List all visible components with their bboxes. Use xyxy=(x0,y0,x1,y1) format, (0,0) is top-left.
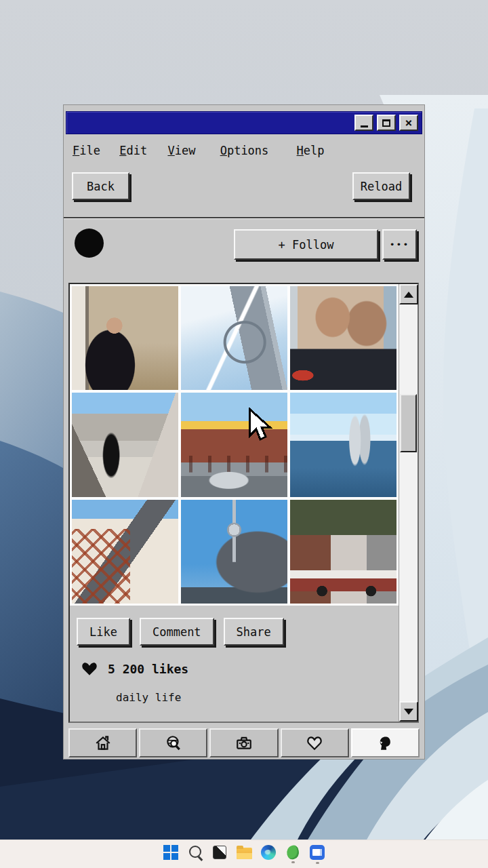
running-indicator xyxy=(316,862,319,864)
likes-count: 5 200 likes xyxy=(108,662,188,676)
photo-pickup-truck[interactable] xyxy=(290,500,396,604)
triangle-up-icon xyxy=(404,292,413,298)
photo-walking-street[interactable] xyxy=(72,393,178,496)
tab-activity[interactable] xyxy=(281,728,349,757)
comment-button[interactable]: Comment xyxy=(140,618,214,646)
post-caption: daily life xyxy=(116,691,181,704)
dark-square-app-icon xyxy=(213,846,226,859)
house-icon xyxy=(94,734,112,752)
photo-world-clock[interactable] xyxy=(181,286,287,390)
photo-wall-mural[interactable] xyxy=(290,286,396,390)
menu-bar: File Edit View Options Help xyxy=(73,144,325,157)
heart-icon xyxy=(81,661,98,676)
tab-home[interactable] xyxy=(68,728,137,757)
close-icon: × xyxy=(405,117,413,129)
tab-search[interactable] xyxy=(139,728,207,757)
photo-river-sculpture[interactable] xyxy=(290,393,396,496)
green-app-icon xyxy=(285,844,300,861)
minimize-icon xyxy=(361,125,368,127)
tab-camera[interactable] xyxy=(209,728,278,757)
photo-timbered-house[interactable] xyxy=(72,500,178,604)
maximize-button[interactable] xyxy=(377,115,396,131)
maximize-icon xyxy=(382,119,390,127)
scrollbar[interactable] xyxy=(399,284,418,722)
globe-magnifier-icon xyxy=(165,734,182,752)
folder-icon xyxy=(237,848,252,859)
triangle-down-icon xyxy=(404,709,413,715)
minimize-button[interactable] xyxy=(354,115,373,131)
heart-icon xyxy=(306,734,323,752)
photo-bridge-train[interactable] xyxy=(181,393,287,496)
app-window: × File Edit View Options Help Back Reloa… xyxy=(63,104,425,760)
photo-tv-tower[interactable] xyxy=(181,500,287,604)
post-actions: Like Comment Share xyxy=(77,618,284,646)
taskbar-start-button[interactable] xyxy=(159,841,183,868)
follow-button[interactable]: + Follow xyxy=(234,229,378,260)
taskbar-file-explorer[interactable] xyxy=(232,841,256,868)
photo-grid xyxy=(70,284,399,606)
taskbar-app-blue[interactable] xyxy=(305,841,329,868)
menu-options[interactable]: Options xyxy=(220,144,269,157)
person-icon xyxy=(376,734,394,752)
taskbar xyxy=(0,840,488,868)
scroll-up-button[interactable] xyxy=(399,284,418,304)
taskbar-app-green[interactable] xyxy=(281,841,305,868)
reload-button[interactable]: Reload xyxy=(352,172,410,200)
taskbar-edge[interactable] xyxy=(256,841,281,868)
edge-browser-icon xyxy=(261,845,276,860)
search-icon xyxy=(189,846,201,858)
taskbar-search-button[interactable] xyxy=(183,841,207,868)
scroll-down-button[interactable] xyxy=(399,701,418,722)
back-button[interactable]: Back xyxy=(72,172,129,200)
menu-help[interactable]: Help xyxy=(297,144,325,157)
bottom-nav xyxy=(68,728,420,757)
toolbar-divider xyxy=(64,217,424,219)
menu-file[interactable]: File xyxy=(73,144,100,157)
gallery-panel: Like Comment Share 5 200 likes daily lif… xyxy=(68,283,419,723)
share-button[interactable]: Share xyxy=(224,618,284,646)
windows-start-icon xyxy=(163,845,178,860)
menu-edit[interactable]: Edit xyxy=(119,144,147,157)
like-button[interactable]: Like xyxy=(77,618,130,646)
scrollbar-thumb[interactable] xyxy=(400,394,417,452)
title-bar[interactable]: × xyxy=(66,111,422,134)
more-options-button[interactable]: ••• xyxy=(382,229,417,260)
tab-profile[interactable] xyxy=(351,728,420,757)
blue-app-icon xyxy=(310,845,325,860)
avatar[interactable] xyxy=(75,229,104,258)
likes-row: 5 200 likes xyxy=(81,661,188,676)
taskbar-app-dark[interactable] xyxy=(207,841,232,868)
close-button[interactable]: × xyxy=(399,115,418,131)
camera-icon xyxy=(235,734,253,752)
photo-street-portrait[interactable] xyxy=(72,286,178,390)
menu-view[interactable]: View xyxy=(167,144,195,157)
running-indicator xyxy=(291,861,295,863)
